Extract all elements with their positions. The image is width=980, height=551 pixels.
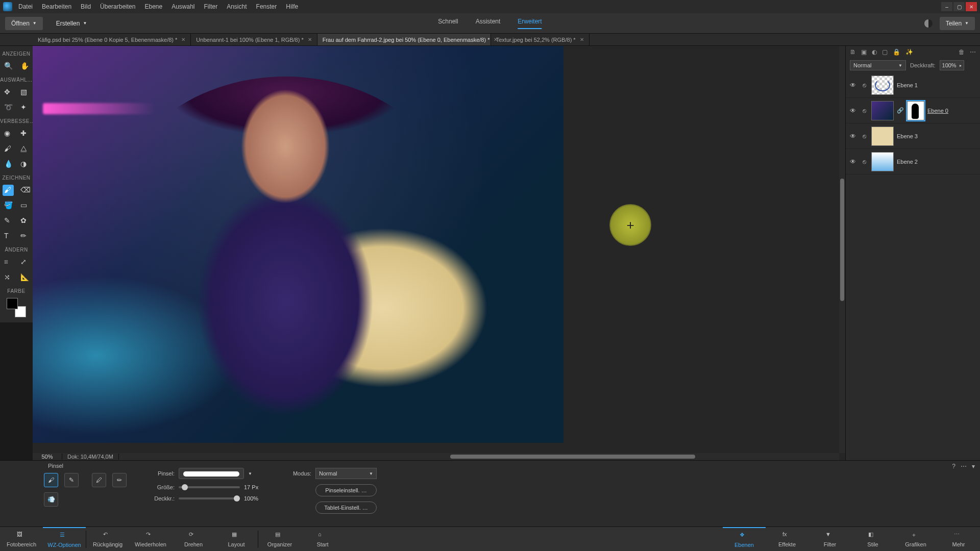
visibility-toggle-icon[interactable]: 👁	[849, 133, 857, 140]
window-maximize-button[interactable]: ▢	[953, 2, 965, 11]
shape-tool-icon[interactable]: ✿	[19, 215, 30, 227]
chevron-down-icon[interactable]: ▼	[248, 471, 252, 476]
theme-toggle-icon[interactable]	[924, 19, 933, 28]
document-tab[interactable]: Frau auf dem Fahrrad-2.jpeg bei 50% (Ebe…	[317, 34, 491, 45]
layer-group-icon[interactable]: ▣	[861, 48, 867, 56]
mode-tab-assistant[interactable]: Assistent	[476, 18, 501, 29]
layer-name[interactable]: Ebene 0	[927, 108, 948, 114]
window-minimize-button[interactable]: –	[941, 2, 952, 11]
layer-thumbnail[interactable]	[871, 152, 894, 171]
layer-row[interactable]: 👁 ⎋ 🔗 Ebene 0	[846, 98, 980, 123]
redeye-tool-icon[interactable]: ◉	[3, 128, 14, 139]
taskbar-layout[interactable]: ▦Layout	[215, 527, 258, 552]
vertical-scroll-thumb[interactable]	[840, 179, 844, 301]
zoom-level[interactable]: 50%	[33, 454, 62, 460]
new-layer-icon[interactable]: 🗎	[850, 48, 856, 56]
close-icon[interactable]: ✕	[181, 37, 185, 42]
brush-variant-pencil[interactable]: ✏	[112, 473, 127, 487]
eraser-tool-icon[interactable]: ⌫	[19, 185, 30, 196]
layer-name[interactable]: Ebene 2	[897, 159, 918, 165]
eyedropper-tool-icon[interactable]: ✎	[3, 215, 14, 227]
lock-indicator-icon[interactable]: ⎋	[860, 82, 868, 89]
paint-bucket-tool-icon[interactable]: 🪣	[3, 200, 14, 211]
mode-tab-quick[interactable]: Schnell	[438, 18, 458, 29]
canvas-image[interactable]	[33, 46, 564, 443]
straighten-tool-icon[interactable]: 📐	[19, 272, 30, 283]
open-button[interactable]: Öffnen ▼	[5, 17, 43, 30]
taskbar-effects[interactable]: fxEffekte	[766, 527, 808, 552]
horizontal-scroll-thumb[interactable]	[450, 455, 695, 459]
color-swatches[interactable]	[7, 298, 26, 317]
close-icon[interactable]: ✕	[308, 37, 312, 42]
menu-enhance[interactable]: Überarbeiten	[100, 3, 135, 10]
menu-filter[interactable]: Filter	[204, 3, 218, 10]
brush-mode-select[interactable]: Normal ▼	[315, 468, 377, 479]
panel-menu-icon[interactable]: ⋯	[970, 48, 976, 56]
taskbar-graphics[interactable]: ＋Grafiken	[894, 527, 937, 552]
brush-preset-picker[interactable]	[179, 468, 244, 479]
vertical-scrollbar[interactable]	[839, 46, 845, 453]
panel-menu-icon[interactable]: ⋯	[961, 463, 967, 470]
blend-mode-select[interactable]: Normal ▼	[850, 60, 906, 70]
brush-settings-button[interactable]: Pinseleinstell. …	[315, 484, 377, 496]
quick-select-tool-icon[interactable]: ✦	[19, 102, 30, 113]
link-icon[interactable]: 🔗	[897, 107, 904, 114]
taskbar-tool-options[interactable]: ☰WZ-Optionen	[43, 527, 86, 552]
horizontal-scrollbar[interactable]	[119, 454, 839, 459]
move-tool-icon[interactable]: ✥	[3, 87, 14, 98]
layer-row[interactable]: 👁 ⎋ Ebene 2	[846, 149, 980, 174]
taskbar-photobin[interactable]: 🖼Fotobereich	[0, 527, 43, 552]
lock-indicator-icon[interactable]: ⎋	[860, 158, 868, 165]
layer-name[interactable]: Ebene 3	[897, 133, 918, 139]
taskbar-organizer[interactable]: ▤Organizer	[258, 527, 301, 552]
brush-opacity-value[interactable]: 100%	[244, 495, 270, 502]
menu-help[interactable]: Hilfe	[286, 3, 298, 10]
menu-view[interactable]: Ansicht	[227, 3, 247, 10]
layer-row[interactable]: 👁 ⎋ Ebene 3	[846, 123, 980, 149]
brush-variant-brush[interactable]: 🖌	[44, 473, 58, 487]
taskbar-home[interactable]: ⌂Start	[301, 527, 344, 552]
layer-thumbnail[interactable]	[871, 101, 894, 120]
brush-size-slider[interactable]	[179, 486, 240, 488]
menu-window[interactable]: Fenster	[256, 3, 277, 10]
lock-indicator-icon[interactable]: ⎋	[860, 133, 868, 140]
gradient-tool-icon[interactable]: ▭	[19, 200, 30, 211]
document-tab[interactable]: Textur.jpeg bei 52,2% (RGB/8) * ✕	[491, 34, 590, 45]
tablet-settings-button[interactable]: Tablet-Einstell. …	[315, 502, 377, 514]
taskbar-undo[interactable]: ↶Rückgängig	[86, 527, 129, 552]
visibility-toggle-icon[interactable]: 👁	[849, 107, 857, 114]
visibility-toggle-icon[interactable]: 👁	[849, 82, 857, 89]
spot-heal-tool-icon[interactable]: ✚	[19, 128, 30, 139]
collapse-panel-icon[interactable]: ▾	[972, 463, 975, 470]
menu-file[interactable]: Datei	[18, 3, 33, 10]
brush-tool-icon[interactable]: 🖌	[3, 185, 14, 196]
visibility-toggle-icon[interactable]: 👁	[849, 158, 857, 165]
type-tool-icon[interactable]: T	[3, 231, 14, 242]
menu-select[interactable]: Auswahl	[172, 3, 194, 10]
layer-name[interactable]: Ebene 1	[897, 82, 918, 88]
layer-thumbnail[interactable]	[871, 76, 894, 95]
lasso-tool-icon[interactable]: ➰	[3, 102, 14, 113]
marquee-tool-icon[interactable]: ▧	[19, 87, 30, 98]
taskbar-styles[interactable]: ◧Stile	[851, 527, 894, 552]
zoom-tool-icon[interactable]: 🔍	[3, 61, 14, 72]
brush-variant-color-replace[interactable]: 🖊	[92, 473, 106, 487]
recompose-tool-icon[interactable]: ⤢	[19, 257, 30, 268]
layer-mask-thumbnail[interactable]	[907, 101, 924, 120]
create-button[interactable]: Erstellen ▼	[50, 17, 93, 30]
help-icon[interactable]: ?	[952, 463, 955, 470]
taskbar-rotate[interactable]: ⟳Drehen	[172, 527, 215, 552]
layer-mask-icon[interactable]: ▢	[882, 48, 888, 56]
brush-variant-airbrush[interactable]: 💨	[44, 492, 58, 507]
clone-stamp-tool-icon[interactable]: ⧋	[19, 143, 30, 155]
opacity-field[interactable]: 100% ▸	[940, 60, 964, 70]
brush-opacity-slider[interactable]	[179, 497, 240, 499]
hand-tool-icon[interactable]: ✋	[19, 61, 30, 72]
taskbar-redo[interactable]: ↷Wiederholen	[129, 527, 172, 552]
share-button[interactable]: Teilen ▼	[940, 17, 975, 30]
menu-layer[interactable]: Ebene	[144, 3, 162, 10]
brush-variant-impressionist[interactable]: ✎	[64, 473, 79, 487]
mode-tab-advanced[interactable]: Erweitert	[518, 18, 542, 29]
blur-tool-icon[interactable]: 💧	[3, 159, 14, 170]
document-tab[interactable]: Unbenannt-1 bei 100% (Ebene 1, RGB/8) * …	[191, 34, 317, 45]
